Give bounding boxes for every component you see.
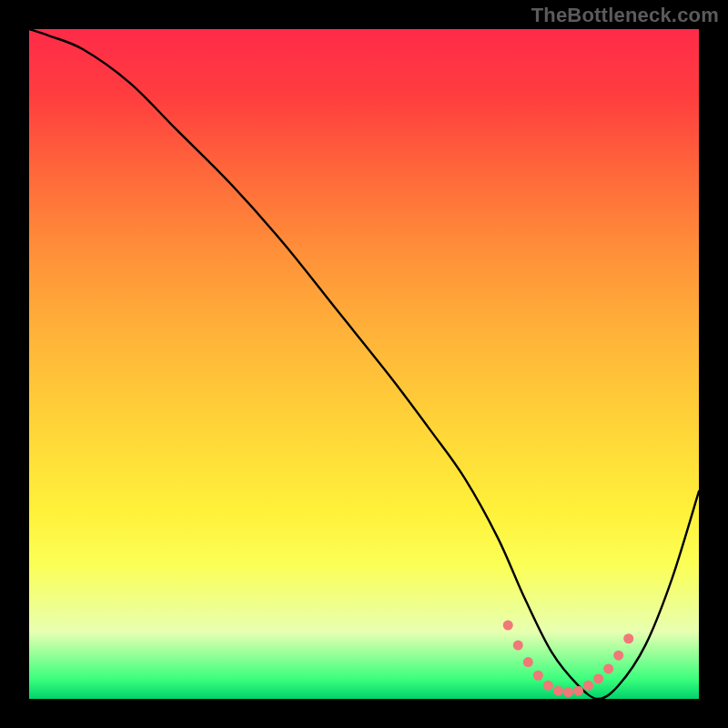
marker-dot	[523, 657, 533, 667]
marker-dot	[623, 633, 633, 643]
marker-dot	[593, 673, 603, 683]
chart-frame: TheBottleneck.com	[0, 0, 728, 728]
watermark-text: TheBottleneck.com	[531, 4, 719, 27]
marker-dot	[503, 621, 513, 631]
plot-area	[29, 29, 699, 699]
marker-dot	[563, 687, 573, 697]
marker-dot	[533, 671, 543, 681]
bottleneck-curve	[29, 29, 699, 699]
marker-cluster	[503, 621, 633, 698]
marker-dot	[513, 641, 523, 651]
marker-dot	[573, 686, 583, 696]
marker-dot	[543, 681, 553, 691]
marker-dot	[553, 686, 563, 696]
marker-dot	[613, 651, 623, 661]
curve-svg	[29, 29, 699, 699]
marker-dot	[583, 681, 593, 691]
marker-dot	[603, 663, 613, 673]
